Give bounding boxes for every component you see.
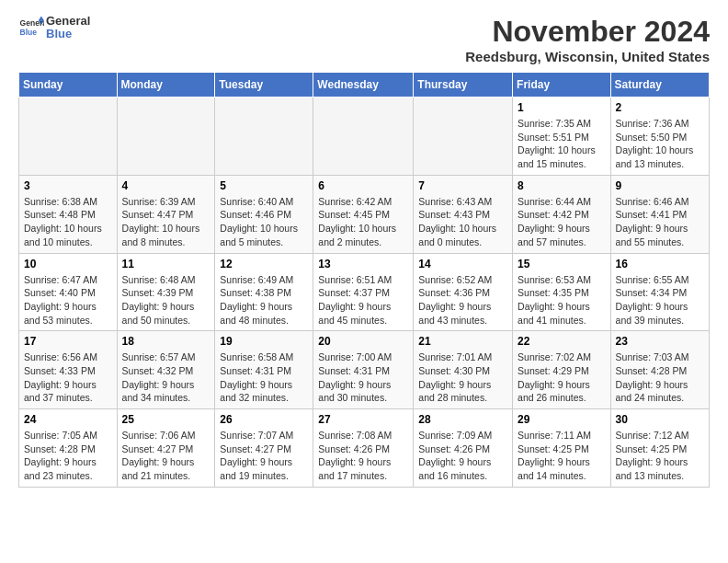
day-info: Sunrise: 6:40 AM Sunset: 4:46 PM Dayligh… xyxy=(220,195,308,249)
location-title: Reedsburg, Wisconsin, United States xyxy=(465,49,710,64)
weekday-header-cell: Wednesday xyxy=(313,73,414,98)
day-info: Sunrise: 7:09 AM Sunset: 4:26 PM Dayligh… xyxy=(418,429,507,483)
header: General Blue General Blue November 2024 … xyxy=(18,15,710,64)
calendar-day-cell: 20Sunrise: 7:00 AM Sunset: 4:31 PM Dayli… xyxy=(313,331,414,409)
day-number: 20 xyxy=(318,335,408,348)
day-info: Sunrise: 7:02 AM Sunset: 4:29 PM Dayligh… xyxy=(518,350,606,405)
day-number: 4 xyxy=(122,179,210,192)
day-number: 26 xyxy=(220,413,308,426)
calendar-day-cell: 26Sunrise: 7:07 AM Sunset: 4:27 PM Dayli… xyxy=(215,409,313,488)
day-info: Sunrise: 6:46 AM Sunset: 4:41 PM Dayligh… xyxy=(616,195,704,249)
day-info: Sunrise: 7:35 AM Sunset: 5:51 PM Dayligh… xyxy=(518,117,606,171)
day-info: Sunrise: 7:03 AM Sunset: 4:28 PM Dayligh… xyxy=(616,350,704,405)
calendar-day-cell: 17Sunrise: 6:56 AM Sunset: 4:33 PM Dayli… xyxy=(19,331,118,409)
day-info: Sunrise: 7:00 AM Sunset: 4:31 PM Dayligh… xyxy=(318,350,408,405)
day-number: 5 xyxy=(220,179,308,192)
calendar-day-cell: 30Sunrise: 7:12 AM Sunset: 4:25 PM Dayli… xyxy=(610,409,709,488)
calendar-day-cell xyxy=(19,98,118,176)
day-number: 15 xyxy=(518,258,606,270)
day-info: Sunrise: 7:05 AM Sunset: 4:28 PM Dayligh… xyxy=(24,429,112,483)
calendar-day-cell: 22Sunrise: 7:02 AM Sunset: 4:29 PM Dayli… xyxy=(513,331,611,409)
calendar-day-cell xyxy=(117,98,215,176)
day-info: Sunrise: 6:57 AM Sunset: 4:32 PM Dayligh… xyxy=(122,350,210,405)
day-info: Sunrise: 6:43 AM Sunset: 4:43 PM Dayligh… xyxy=(418,195,507,249)
day-number: 29 xyxy=(518,413,606,426)
day-info: Sunrise: 7:12 AM Sunset: 4:25 PM Dayligh… xyxy=(616,429,704,483)
calendar-day-cell: 9Sunrise: 6:46 AM Sunset: 4:41 PM Daylig… xyxy=(610,175,709,253)
calendar-day-cell: 16Sunrise: 6:55 AM Sunset: 4:34 PM Dayli… xyxy=(610,253,709,331)
logo: General Blue General Blue xyxy=(18,15,90,41)
calendar-day-cell: 7Sunrise: 6:43 AM Sunset: 4:43 PM Daylig… xyxy=(414,175,513,253)
day-number: 23 xyxy=(616,335,704,348)
calendar-week-row: 10Sunrise: 6:47 AM Sunset: 4:40 PM Dayli… xyxy=(19,253,710,331)
weekday-header-cell: Friday xyxy=(513,73,611,98)
day-number: 3 xyxy=(24,179,112,192)
calendar-day-cell: 6Sunrise: 6:42 AM Sunset: 4:45 PM Daylig… xyxy=(313,175,414,253)
day-number: 25 xyxy=(122,413,210,426)
day-info: Sunrise: 6:58 AM Sunset: 4:31 PM Dayligh… xyxy=(220,350,308,405)
day-info: Sunrise: 6:49 AM Sunset: 4:38 PM Dayligh… xyxy=(220,273,308,327)
day-number: 2 xyxy=(616,101,704,114)
calendar-day-cell: 15Sunrise: 6:53 AM Sunset: 4:35 PM Dayli… xyxy=(513,253,611,331)
weekday-header: SundayMondayTuesdayWednesdayThursdayFrid… xyxy=(19,73,710,98)
calendar-day-cell: 11Sunrise: 6:48 AM Sunset: 4:39 PM Dayli… xyxy=(117,253,215,331)
day-number: 16 xyxy=(616,258,704,270)
calendar-day-cell: 25Sunrise: 7:06 AM Sunset: 4:27 PM Dayli… xyxy=(117,409,215,488)
day-info: Sunrise: 6:52 AM Sunset: 4:36 PM Dayligh… xyxy=(418,273,507,327)
logo-text-line1: General xyxy=(46,15,90,28)
day-info: Sunrise: 6:47 AM Sunset: 4:40 PM Dayligh… xyxy=(24,273,112,327)
calendar-week-row: 17Sunrise: 6:56 AM Sunset: 4:33 PM Dayli… xyxy=(19,331,710,409)
day-info: Sunrise: 6:56 AM Sunset: 4:33 PM Dayligh… xyxy=(24,350,112,405)
day-number: 10 xyxy=(24,258,112,270)
calendar-day-cell: 3Sunrise: 6:38 AM Sunset: 4:48 PM Daylig… xyxy=(19,175,118,253)
title-block: November 2024 Reedsburg, Wisconsin, Unit… xyxy=(465,15,710,64)
calendar-day-cell: 28Sunrise: 7:09 AM Sunset: 4:26 PM Dayli… xyxy=(414,409,513,488)
calendar-table: SundayMondayTuesdayWednesdayThursdayFrid… xyxy=(18,72,710,488)
calendar-day-cell: 12Sunrise: 6:49 AM Sunset: 4:38 PM Dayli… xyxy=(215,253,313,331)
calendar-day-cell: 19Sunrise: 6:58 AM Sunset: 4:31 PM Dayli… xyxy=(215,331,313,409)
weekday-header-cell: Saturday xyxy=(610,73,709,98)
day-info: Sunrise: 7:07 AM Sunset: 4:27 PM Dayligh… xyxy=(220,429,308,483)
calendar-day-cell: 2Sunrise: 7:36 AM Sunset: 5:50 PM Daylig… xyxy=(610,98,709,176)
calendar-body: 1Sunrise: 7:35 AM Sunset: 5:51 PM Daylig… xyxy=(19,98,710,488)
calendar-day-cell: 13Sunrise: 6:51 AM Sunset: 4:37 PM Dayli… xyxy=(313,253,414,331)
weekday-header-cell: Tuesday xyxy=(215,73,313,98)
day-number: 24 xyxy=(24,413,112,426)
day-number: 6 xyxy=(318,179,408,192)
day-info: Sunrise: 6:42 AM Sunset: 4:45 PM Dayligh… xyxy=(318,195,408,249)
day-info: Sunrise: 6:39 AM Sunset: 4:47 PM Dayligh… xyxy=(122,195,210,249)
calendar-day-cell xyxy=(313,98,414,176)
day-info: Sunrise: 7:08 AM Sunset: 4:26 PM Dayligh… xyxy=(318,429,408,483)
calendar-week-row: 1Sunrise: 7:35 AM Sunset: 5:51 PM Daylig… xyxy=(19,98,710,176)
day-number: 27 xyxy=(318,413,408,426)
month-title: November 2024 xyxy=(465,15,710,49)
day-number: 30 xyxy=(616,413,704,426)
calendar-day-cell xyxy=(414,98,513,176)
calendar-day-cell xyxy=(215,98,313,176)
calendar-day-cell: 18Sunrise: 6:57 AM Sunset: 4:32 PM Dayli… xyxy=(117,331,215,409)
day-info: Sunrise: 6:48 AM Sunset: 4:39 PM Dayligh… xyxy=(122,273,210,327)
svg-text:Blue: Blue xyxy=(20,28,38,37)
day-number: 13 xyxy=(318,258,408,270)
day-number: 18 xyxy=(122,335,210,348)
weekday-header-cell: Sunday xyxy=(19,73,118,98)
day-info: Sunrise: 6:55 AM Sunset: 4:34 PM Dayligh… xyxy=(616,273,704,327)
day-number: 1 xyxy=(518,101,606,114)
calendar-day-cell: 29Sunrise: 7:11 AM Sunset: 4:25 PM Dayli… xyxy=(513,409,611,488)
calendar-day-cell: 4Sunrise: 6:39 AM Sunset: 4:47 PM Daylig… xyxy=(117,175,215,253)
calendar-day-cell: 23Sunrise: 7:03 AM Sunset: 4:28 PM Dayli… xyxy=(610,331,709,409)
day-number: 14 xyxy=(418,258,507,270)
day-number: 11 xyxy=(122,258,210,270)
day-number: 12 xyxy=(220,258,308,270)
day-number: 22 xyxy=(518,335,606,348)
calendar-day-cell: 10Sunrise: 6:47 AM Sunset: 4:40 PM Dayli… xyxy=(19,253,118,331)
calendar-day-cell: 5Sunrise: 6:40 AM Sunset: 4:46 PM Daylig… xyxy=(215,175,313,253)
day-info: Sunrise: 7:01 AM Sunset: 4:30 PM Dayligh… xyxy=(418,350,507,405)
calendar-week-row: 24Sunrise: 7:05 AM Sunset: 4:28 PM Dayli… xyxy=(19,409,710,488)
day-info: Sunrise: 6:38 AM Sunset: 4:48 PM Dayligh… xyxy=(24,195,112,249)
logo-icon: General Blue xyxy=(18,15,44,40)
calendar-day-cell: 1Sunrise: 7:35 AM Sunset: 5:51 PM Daylig… xyxy=(513,98,611,176)
day-number: 7 xyxy=(418,179,507,192)
weekday-header-cell: Monday xyxy=(117,73,215,98)
day-number: 8 xyxy=(518,179,606,192)
